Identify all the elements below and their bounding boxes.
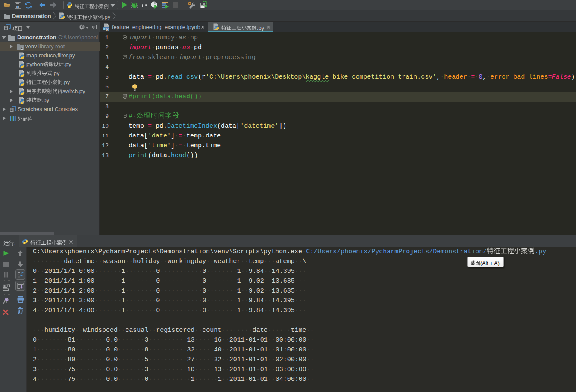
svg-text:IP[y]: IP[y] — [103, 27, 109, 31]
